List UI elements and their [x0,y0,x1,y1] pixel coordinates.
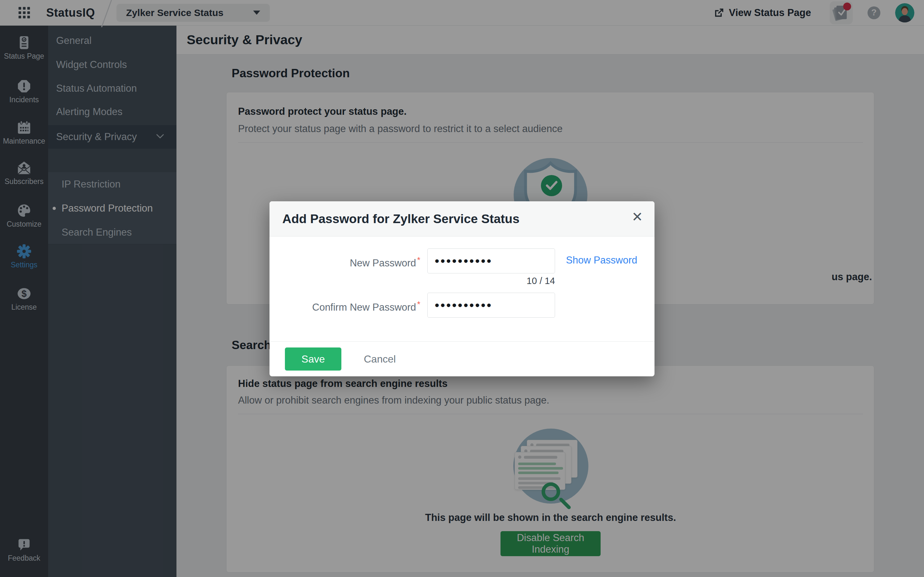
password-length-counter: 10 / 14 [427,276,555,286]
confirm-password-input[interactable] [427,293,555,318]
statusiq-app: StatusIQ Zylker Service Status View Stat… [0,0,924,577]
new-password-input[interactable] [427,248,555,274]
modal-footer: Save Cancel [270,342,654,376]
required-asterisk: * [417,300,420,309]
required-asterisk: * [417,255,420,265]
save-button[interactable]: Save [285,348,341,371]
new-password-label: New Password* [270,255,420,269]
show-password-link[interactable]: Show Password [566,255,637,266]
close-icon[interactable]: ✕ [632,210,643,224]
modal-header: Add Password for Zylker Service Status ✕ [270,201,654,237]
cancel-button[interactable]: Cancel [364,353,396,365]
add-password-modal: Add Password for Zylker Service Status ✕… [270,201,654,376]
confirm-password-label: Confirm New Password* [270,300,420,313]
modal-title: Add Password for Zylker Service Status [282,212,519,226]
